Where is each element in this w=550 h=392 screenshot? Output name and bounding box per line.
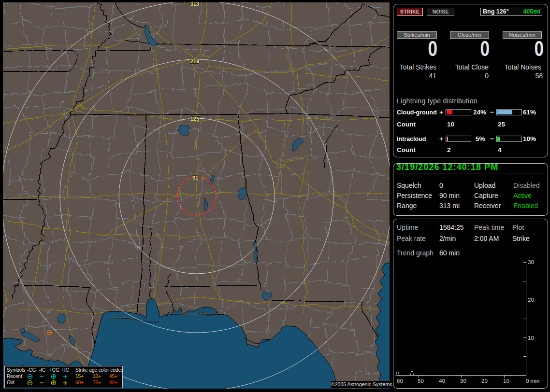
svg-text:30: 30	[460, 378, 466, 384]
svg-text:10: 10	[503, 378, 509, 384]
svg-text:60: 60	[397, 378, 403, 384]
svg-text:125: 125	[190, 116, 199, 122]
svg-text:0 min: 0 min	[526, 378, 539, 384]
svg-text:50: 50	[418, 378, 424, 384]
svg-text:40: 40	[439, 378, 445, 384]
svg-text:10: 10	[528, 335, 534, 341]
svg-text:30: 30	[528, 259, 534, 265]
svg-text:313: 313	[190, 2, 199, 7]
svg-text:31: 31	[192, 175, 198, 181]
svg-text:219: 219	[190, 58, 199, 64]
svg-text:20: 20	[528, 297, 534, 303]
svg-text:20: 20	[481, 378, 488, 384]
